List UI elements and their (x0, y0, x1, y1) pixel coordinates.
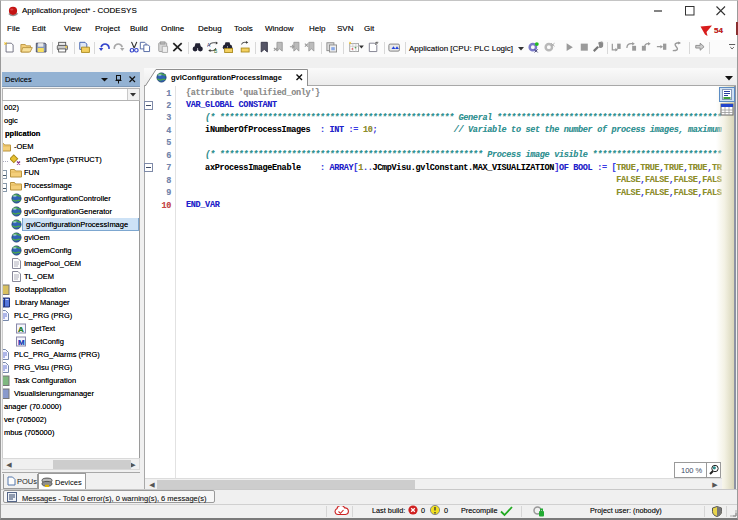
svg-text:B: B (214, 49, 217, 53)
svg-text:A: A (18, 324, 24, 333)
svg-text:M: M (18, 337, 25, 346)
